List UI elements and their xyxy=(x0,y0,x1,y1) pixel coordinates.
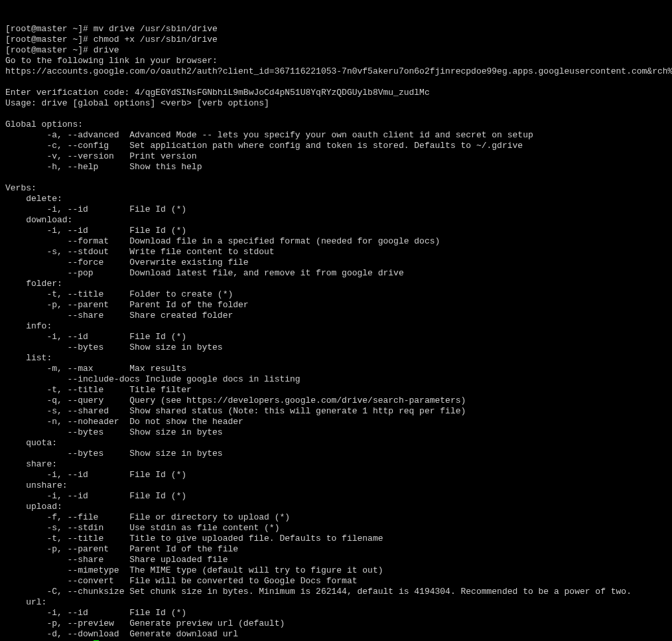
folder-opt-share: --share Share created folder xyxy=(5,311,233,320)
global-option-config: -c, --config Set application path where … xyxy=(5,141,523,151)
prompt-line-1: [root@master ~]# mv drive /usr/sbin/driv… xyxy=(5,24,218,34)
folder-opt-parent: -p, --parent Parent Id of the folder xyxy=(5,300,249,310)
terminal-output[interactable]: [root@master ~]# mv drive /usr/sbin/driv… xyxy=(5,24,667,641)
global-options-header: Global options: xyxy=(5,119,83,129)
unshare-opt-id: -i, --id File Id (*) xyxy=(5,491,186,501)
info-opt-bytes: --bytes Show size in bytes xyxy=(5,342,223,352)
download-opt-format: --format Download file in a specified fo… xyxy=(5,236,440,246)
prompt-line-3: [root@master ~]# drive xyxy=(5,45,119,55)
delete-opt-id: -i, --id File Id (*) xyxy=(5,204,186,214)
upload-opt-parent: -p, --parent Parent Id of the file xyxy=(5,544,238,554)
output-browser-link-msg: Go to the following link in your browser… xyxy=(5,56,218,66)
verb-list: list: xyxy=(5,353,52,363)
info-opt-id: -i, --id File Id (*) xyxy=(5,332,186,342)
upload-opt-share: --share Share uploaded file xyxy=(5,555,228,565)
verb-share: share: xyxy=(5,459,57,469)
url-opt-preview: -p, --preview Generate preview url (defa… xyxy=(5,618,285,628)
download-opt-pop: --pop Download latest file, and remove i… xyxy=(5,268,404,278)
upload-opt-convert: --convert File will be converted to Goog… xyxy=(5,576,358,586)
list-opt-title: -t, --title Title filter xyxy=(5,385,192,395)
upload-opt-mimetype: --mimetype The MIME type (default will t… xyxy=(5,565,383,575)
url-opt-download: -d, --download Generate download url xyxy=(5,629,238,639)
verb-url: url: xyxy=(5,597,46,607)
verb-unshare: unshare: xyxy=(5,480,68,490)
verbs-header: Verbs: xyxy=(5,183,36,193)
verb-upload: upload: xyxy=(5,502,62,512)
list-opt-query: -q, --query Query (see https://developer… xyxy=(5,395,466,405)
download-opt-id: -i, --id File Id (*) xyxy=(5,226,186,236)
list-opt-shared: -s, --shared Show shared status (Note: t… xyxy=(5,406,466,416)
output-usage: Usage: drive [global options] <verb> [ve… xyxy=(5,98,269,108)
list-opt-include-docs: --include-docs Include google docs in li… xyxy=(5,374,301,384)
output-oauth-url: https://accounts.google.com/o/oauth2/aut… xyxy=(5,66,672,76)
upload-opt-chunksize: -C, --chunksize Set chunk size in bytes.… xyxy=(5,587,632,597)
upload-opt-stdin: -s, --stdin Use stdin as file content (*… xyxy=(5,523,279,533)
global-option-advanced: -a, --advanced Advanced Mode -- lets you… xyxy=(5,130,533,140)
verb-delete: delete: xyxy=(5,194,62,204)
prompt-line-2: [root@master ~]# chmod +x /usr/sbin/driv… xyxy=(5,35,218,44)
folder-opt-title: -t, --title Folder to create (*) xyxy=(5,289,233,299)
quota-opt-bytes: --bytes Show size in bytes xyxy=(5,449,223,459)
share-opt-id: -i, --id File Id (*) xyxy=(5,470,186,480)
verb-info: info: xyxy=(5,321,52,331)
output-verification-code: Enter verification code: 4/qgEGYdSINsFGN… xyxy=(5,88,430,98)
upload-opt-file: -f, --file File or directory to upload (… xyxy=(5,512,290,522)
url-opt-id: -i, --id File Id (*) xyxy=(5,608,186,618)
verb-folder: folder: xyxy=(5,279,62,289)
global-option-version: -v, --version Print version xyxy=(5,151,197,161)
download-opt-stdout: -s, --stdout Write file content to stdou… xyxy=(5,247,275,257)
upload-opt-title: -t, --title Title to give uploaded file.… xyxy=(5,534,383,543)
list-opt-noheader: -n, --noheader Do not show the header xyxy=(5,417,243,427)
download-opt-force: --force Overwrite existing file xyxy=(5,257,249,267)
verb-quota: quota: xyxy=(5,438,57,448)
verb-download: download: xyxy=(5,215,72,225)
global-option-help: -h, --help Show this help xyxy=(5,162,202,172)
list-opt-bytes: --bytes Show size in bytes xyxy=(5,427,223,437)
list-opt-max: -m, --max Max results xyxy=(5,364,186,374)
